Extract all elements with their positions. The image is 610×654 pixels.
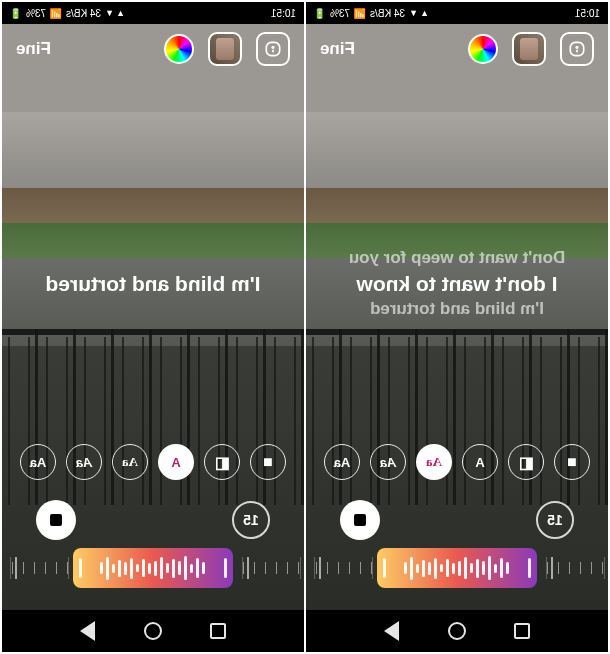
clip-selection-window[interactable]: [377, 548, 537, 588]
lyric-previous: Don't want to weep for you: [326, 247, 588, 270]
story-music-editor: Fine Don't want to weep for you I don't …: [306, 24, 608, 610]
font-style-option-selected[interactable]: Aa: [416, 444, 452, 480]
status-time: 10:51: [575, 8, 600, 19]
phone-screen-right: 10:51 ▲▼ 34 KB/s 📶 73% 🔋: [306, 2, 608, 652]
svg-point-1: [272, 47, 274, 49]
mention-sticker-button[interactable]: [256, 32, 290, 66]
lyrics-overlay[interactable]: I'm blind and tortured: [2, 270, 304, 298]
nav-recents-icon[interactable]: [210, 623, 226, 639]
waveform-icon: [405, 556, 510, 580]
status-battery: 73%: [26, 8, 46, 19]
font-style-option[interactable]: Aa: [370, 444, 406, 480]
lyric-next: I'm blind and tortured: [326, 298, 588, 321]
nav-home-icon[interactable]: [144, 622, 162, 640]
status-bar: 10:51 ▲▼ 34 KB/s 📶 73% 🔋: [2, 2, 304, 24]
android-nav-bar: [2, 610, 304, 652]
font-style-option[interactable]: A: [462, 444, 498, 480]
font-style-option[interactable]: ■: [250, 444, 286, 480]
phone-screen-left: 10:51 ▲▼ 34 KB/s 📶 73% 🔋: [2, 2, 304, 652]
android-nav-bar: [306, 610, 608, 652]
font-style-option[interactable]: ◧: [204, 444, 240, 480]
clip-duration-badge[interactable]: 15: [232, 501, 270, 539]
music-scrubber[interactable]: [306, 546, 608, 590]
nav-back-icon[interactable]: [80, 621, 95, 641]
status-icons: ▲▼: [105, 8, 125, 18]
status-time: 10:51: [271, 8, 296, 19]
clip-duration-badge[interactable]: 15: [536, 501, 574, 539]
svg-point-3: [576, 47, 578, 49]
sticker-picker-button[interactable]: [512, 32, 546, 66]
status-bar: 10:51 ▲▼ 34 KB/s 📶 73% 🔋: [306, 2, 608, 24]
editor-top-toolbar: Fine: [2, 24, 304, 74]
font-style-option[interactable]: Aa: [20, 444, 56, 480]
done-button[interactable]: Fine: [320, 39, 355, 59]
lyric-style-picker: ■ ◧ A Aa Aa Aa: [306, 444, 608, 480]
screenshot-pair: 10:51 ▲▼ 34 KB/s 📶 73% 🔋: [0, 0, 610, 654]
playback-row: 15: [306, 500, 608, 540]
lyrics-overlay[interactable]: Don't want to weep for you I don't want …: [306, 247, 608, 321]
done-button[interactable]: Fine: [16, 39, 51, 59]
status-network-speed: 34 KB/s: [370, 8, 405, 19]
lyric-current: I don't want to know: [326, 270, 588, 298]
playback-row: 15: [2, 500, 304, 540]
status-icons: ▲▼: [409, 8, 429, 18]
nav-home-icon[interactable]: [448, 622, 466, 640]
font-style-option[interactable]: ◧: [508, 444, 544, 480]
waveform-icon: [101, 556, 206, 580]
font-style-option-selected[interactable]: A: [158, 444, 194, 480]
nav-recents-icon[interactable]: [514, 623, 530, 639]
lyric-style-picker: ■ ◧ A Aa Aa Aa: [2, 444, 304, 480]
font-style-option[interactable]: Aa: [324, 444, 360, 480]
lyric-current: I'm blind and tortured: [22, 270, 284, 298]
nav-back-icon[interactable]: [384, 621, 399, 641]
editor-top-toolbar: Fine: [306, 24, 608, 74]
status-battery: 73%: [330, 8, 350, 19]
play-pause-button[interactable]: [36, 500, 76, 540]
clip-selection-window[interactable]: [73, 548, 233, 588]
font-style-option[interactable]: Aa: [66, 444, 102, 480]
mention-sticker-button[interactable]: [560, 32, 594, 66]
color-wheel-button[interactable]: [164, 34, 194, 64]
status-network-speed: 34 KB/s: [66, 8, 101, 19]
story-music-editor: Fine I'm blind and tortured ■ ◧ A Aa Aa …: [2, 24, 304, 610]
music-scrubber[interactable]: [2, 546, 304, 590]
font-style-option[interactable]: Aa: [112, 444, 148, 480]
play-pause-button[interactable]: [340, 500, 380, 540]
sticker-picker-button[interactable]: [208, 32, 242, 66]
font-style-option[interactable]: ■: [554, 444, 590, 480]
color-wheel-button[interactable]: [468, 34, 498, 64]
